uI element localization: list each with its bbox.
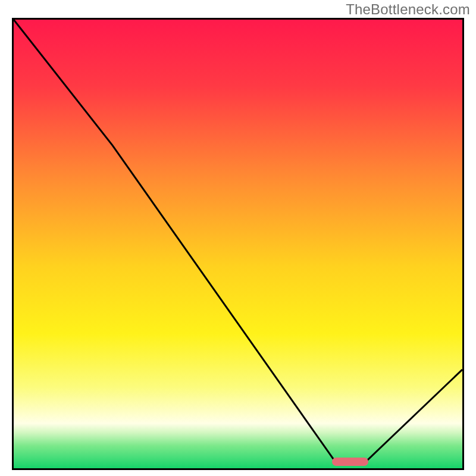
bottleneck-curve bbox=[14, 20, 462, 464]
plot-area bbox=[12, 18, 464, 470]
optimal-marker bbox=[332, 458, 368, 466]
watermark-text: TheBottleneck.com bbox=[346, 1, 470, 18]
curve-svg bbox=[14, 20, 462, 468]
chart-container: TheBottleneck.com bbox=[0, 0, 476, 476]
